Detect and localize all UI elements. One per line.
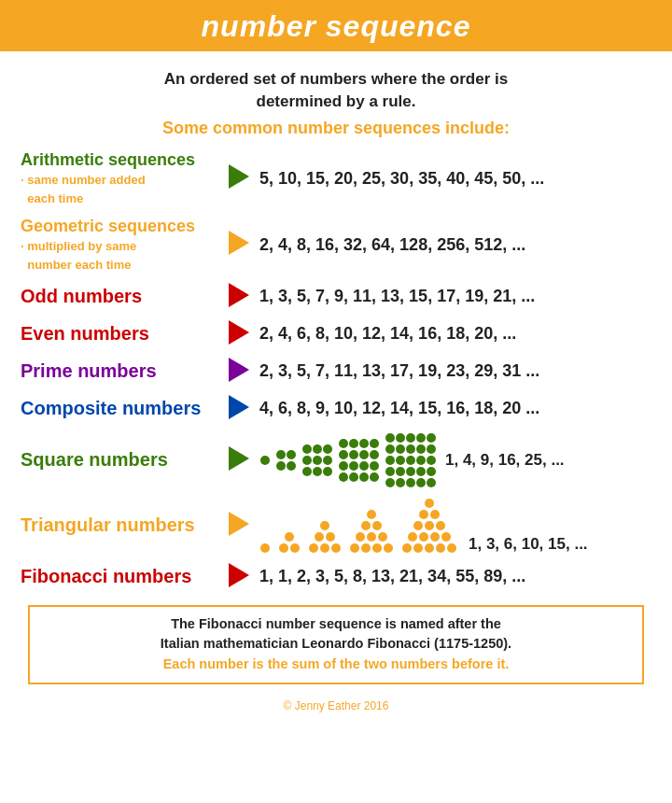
- triangle-red2-icon: [229, 320, 249, 345]
- table-row: Odd numbers 1, 3, 5, 7, 9, 11, 13, 15, 1…: [17, 278, 655, 316]
- common-heading: Some common number sequences include:: [17, 119, 655, 138]
- arrow-triangular: [222, 493, 256, 558]
- definition: An ordered set of numbers where the orde…: [17, 68, 655, 113]
- footer: © Jenny Eather 2016: [0, 696, 672, 718]
- triangle-blue-icon: [229, 395, 249, 419]
- seq-prime: 2, 3, 5, 7, 11, 13, 17, 19, 23, 29, 31 .…: [256, 353, 655, 390]
- table-row: Even numbers 2, 4, 6, 8, 10, 12, 14, 16,…: [17, 316, 655, 353]
- table-row: Triangular numbers: [17, 493, 655, 558]
- label-geometric: Geometric sequences · multiplied by same…: [17, 212, 222, 278]
- label-prime: Prime numbers: [17, 353, 222, 390]
- label-triangular: Triangular numbers: [17, 493, 222, 558]
- arrow-geometric: [222, 212, 256, 278]
- table-row: Square numbers: [17, 428, 655, 493]
- tri-group-15: [401, 498, 457, 554]
- seq-composite: 4, 6, 8, 9, 10, 12, 14, 15, 16, 18, 20 .…: [256, 390, 655, 428]
- label-arithmetic: Arithmetic sequences · same number added…: [17, 146, 222, 212]
- triangle-orange2-icon: [229, 512, 249, 536]
- seq-odd: 1, 3, 5, 7, 9, 11, 13, 15, 17, 19, 21, .…: [256, 278, 655, 316]
- table-row: Arithmetic sequences · same number added…: [17, 146, 655, 212]
- dot-group-4: [275, 449, 296, 472]
- arrow-square: [222, 428, 256, 493]
- triangle-orange-icon: [229, 231, 249, 255]
- triangle-purple-icon: [229, 358, 249, 382]
- arrow-composite: [222, 390, 256, 428]
- seq-square: 1, 4, 9, 16, 25, ...: [256, 428, 655, 493]
- seq-triangular: 1, 3, 6, 10, 15, ...: [256, 493, 655, 558]
- seq-even: 2, 4, 6, 8, 10, 12, 14, 16, 18, 20, ...: [256, 316, 655, 353]
- triangle-green2-icon: [229, 446, 249, 471]
- sequences-table: Arithmetic sequences · same number added…: [17, 146, 655, 596]
- arrow-odd: [222, 278, 256, 316]
- main-content: An ordered set of numbers where the orde…: [0, 51, 672, 696]
- arrow-fibonacci: [222, 558, 256, 596]
- table-row: Composite numbers 4, 6, 8, 9, 10, 12, 14…: [17, 390, 655, 428]
- arrow-arithmetic: [222, 146, 256, 212]
- header: number sequence: [0, 0, 672, 51]
- label-odd: Odd numbers: [17, 278, 222, 316]
- dot-group-25: [385, 432, 436, 488]
- table-row: Prime numbers 2, 3, 5, 7, 11, 13, 17, 19…: [17, 353, 655, 390]
- arrow-even: [222, 316, 256, 353]
- label-composite: Composite numbers: [17, 390, 222, 428]
- label-fibonacci: Fibonacci numbers: [17, 558, 222, 596]
- tri-group-1: [259, 542, 271, 554]
- dot-group-9: [301, 444, 332, 477]
- triangular-seq-text: 1, 3, 6, 10, 15, ...: [469, 535, 588, 554]
- dot-group-16: [338, 438, 379, 483]
- label-square: Square numbers: [17, 428, 222, 493]
- tri-group-10: [349, 509, 394, 554]
- triangle-red3-icon: [229, 563, 249, 587]
- label-even: Even numbers: [17, 316, 222, 353]
- footnote-box: The Fibonacci number sequence is named a…: [28, 605, 644, 684]
- seq-fibonacci: 1, 1, 2, 3, 5, 8, 13, 21, 34, 55, 89, ..…: [256, 558, 655, 596]
- arrow-prime: [222, 353, 256, 390]
- triangle-green-icon: [229, 164, 249, 189]
- square-seq-text: 1, 4, 9, 16, 25, ...: [445, 451, 565, 470]
- seq-geometric: 2, 4, 8, 16, 32, 64, 128, 256, 512, ...: [256, 212, 655, 278]
- tri-group-6: [308, 520, 342, 554]
- dot-group-1: [259, 455, 270, 466]
- table-row: Geometric sequences · multiplied by same…: [17, 212, 655, 278]
- tri-group-3: [278, 531, 301, 554]
- triangle-red-icon: [229, 283, 249, 307]
- seq-arithmetic: 5, 10, 15, 20, 25, 30, 35, 40, 45, 50, .…: [256, 146, 655, 212]
- table-row: Fibonacci numbers 1, 1, 2, 3, 5, 8, 13, …: [17, 558, 655, 596]
- page-title: number sequence: [0, 9, 672, 44]
